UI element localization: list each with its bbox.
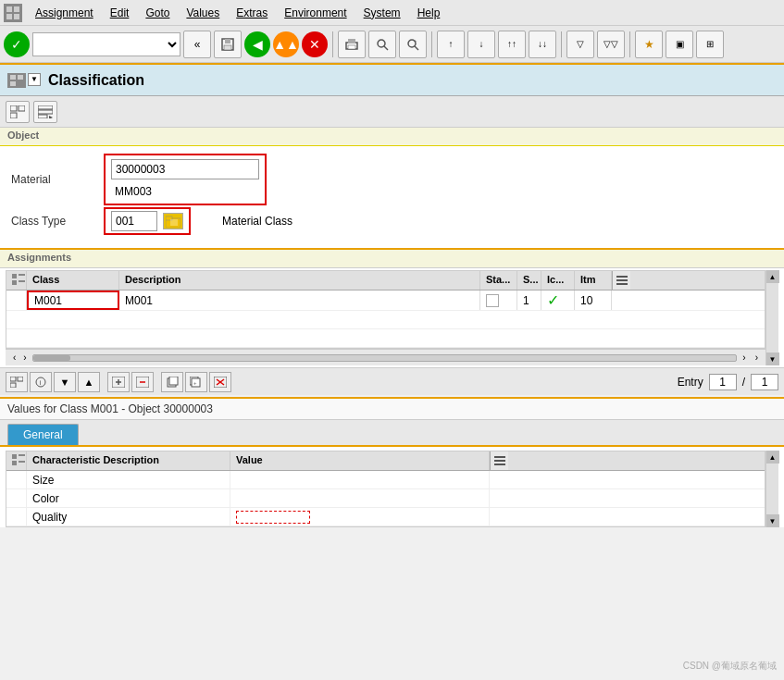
values-vscroll-up[interactable]: ▲ xyxy=(766,451,779,464)
column-config-button[interactable] xyxy=(612,271,630,290)
watermark: CSDN @葡域原名葡域 xyxy=(683,660,777,673)
hscroll-thumb xyxy=(33,355,70,361)
cancel-button[interactable]: ✕ xyxy=(302,31,328,57)
table-row[interactable]: M001 M001 1 ✓ 10 xyxy=(6,291,765,311)
print-button[interactable] xyxy=(338,31,366,58)
vcell-rownum-1 xyxy=(6,471,27,488)
entry-slash: / xyxy=(742,376,745,389)
classtype-lookup-icon[interactable] xyxy=(163,213,183,229)
tab-general[interactable]: General xyxy=(7,424,79,445)
main-toolbar: ✓ « ◀ ▲▲ ✕ + ↑ ↓ ↑↑ ↓↓ ▽ ▽▽ ★ ▣ ⊞ xyxy=(0,26,784,63)
layout1-button[interactable] xyxy=(6,101,30,123)
svg-rect-16 xyxy=(18,75,23,80)
rewind-button[interactable]: « xyxy=(183,31,211,58)
delete-row-button[interactable] xyxy=(131,372,154,392)
svg-rect-0 xyxy=(6,6,12,12)
table-bottom-toolbar: i ▼ ▲ + Entry 1 / 1 xyxy=(0,367,784,395)
vscroll-up-btn[interactable]: ▲ xyxy=(766,270,779,283)
menu-system[interactable]: System xyxy=(356,5,408,21)
values-row-2[interactable]: Color xyxy=(6,489,765,508)
object-section: Object Material MM003 Class Type Materia… xyxy=(0,128,784,248)
find-button[interactable] xyxy=(368,31,396,58)
app-icon xyxy=(4,4,22,22)
entry-label: Entry xyxy=(678,376,703,389)
vscroll-bar: ▲ ▼ xyxy=(765,270,778,365)
hscroll-left-btn[interactable]: ‹ xyxy=(9,352,19,363)
back-button[interactable]: ◀ xyxy=(244,31,270,57)
select-all-button[interactable] xyxy=(6,372,28,392)
find-next-button[interactable]: + xyxy=(399,31,427,58)
cell-sta xyxy=(480,291,517,310)
svg-rect-23 xyxy=(38,115,47,118)
sort-desc2-button[interactable]: ↓↓ xyxy=(529,31,556,58)
check-button[interactable]: ✓ xyxy=(4,31,30,57)
cell-class: M001 xyxy=(27,291,119,310)
svg-line-11 xyxy=(384,46,388,50)
classtype-row: Class Type Material Class xyxy=(11,207,773,235)
hscroll-track[interactable] xyxy=(32,354,738,362)
hscroll-bar: ‹ › › › xyxy=(6,349,765,365)
menu-bar: Assignment Edit Goto Values Extras Envir… xyxy=(0,0,784,26)
svg-rect-28 xyxy=(12,274,17,278)
layout2-button[interactable] xyxy=(33,101,57,123)
menu-assignment[interactable]: Assignment xyxy=(28,5,101,21)
col-header-s: S... xyxy=(517,271,541,290)
up-arrow-button[interactable]: ▲ xyxy=(78,372,100,392)
assignments-table: Class Description Sta... S... Ic... Itm … xyxy=(6,270,765,349)
material-label: Material xyxy=(11,173,94,186)
down-arrow-button[interactable]: ▼ xyxy=(54,372,76,392)
classtype-desc: Material Class xyxy=(218,213,296,229)
menu-values[interactable]: Values xyxy=(179,5,227,21)
menu-environment[interactable]: Environment xyxy=(277,5,354,21)
svg-rect-34 xyxy=(616,283,628,285)
svg-rect-30 xyxy=(12,280,17,285)
svg-rect-21 xyxy=(38,105,53,109)
classtype-input[interactable] xyxy=(111,211,157,231)
svg-line-13 xyxy=(415,46,418,50)
save-button[interactable] xyxy=(214,31,242,58)
svg-rect-54 xyxy=(19,454,25,456)
filter2-button[interactable]: ▽▽ xyxy=(597,31,625,58)
command-input[interactable] xyxy=(32,32,180,56)
sort-asc2-button[interactable]: ↑↑ xyxy=(498,31,526,58)
hscroll-right-btn[interactable]: › xyxy=(19,352,30,363)
window-button[interactable]: ▣ xyxy=(666,31,693,58)
svg-rect-17 xyxy=(10,81,16,86)
up-button[interactable]: ▲▲ xyxy=(273,31,299,57)
vscroll-down-btn[interactable]: ▼ xyxy=(766,352,779,365)
bookmark-button[interactable]: ★ xyxy=(635,31,663,58)
svg-rect-56 xyxy=(19,461,25,463)
vcol-char-header: Characteristic Description xyxy=(27,451,230,470)
col-header-ic: Ic... xyxy=(541,271,575,290)
window2-button[interactable]: ⊞ xyxy=(696,31,724,58)
svg-rect-1 xyxy=(14,6,19,12)
insert-row-button[interactable] xyxy=(107,372,130,392)
entry-info: Entry 1 / 1 xyxy=(678,374,778,390)
paste-button[interactable]: + xyxy=(185,372,207,392)
material-input[interactable] xyxy=(111,159,259,179)
values-row-3[interactable]: Quality xyxy=(6,508,765,526)
svg-rect-57 xyxy=(494,456,505,458)
menu-edit[interactable]: Edit xyxy=(103,5,137,21)
hscroll-right2-btn[interactable]: › xyxy=(739,352,749,363)
values-row-1[interactable]: Size xyxy=(6,471,765,489)
menu-goto[interactable]: Goto xyxy=(138,5,177,21)
vcol-config-button[interactable] xyxy=(490,451,508,470)
svg-rect-53 xyxy=(12,454,17,459)
vcol-rownum-header xyxy=(6,451,27,470)
copy-button[interactable] xyxy=(161,372,183,392)
svg-rect-36 xyxy=(18,377,23,381)
values-vscroll-down[interactable]: ▼ xyxy=(766,514,779,527)
sort-desc-button[interactable]: ↓ xyxy=(467,31,495,58)
svg-rect-29 xyxy=(19,274,25,276)
sort-asc-button[interactable]: ↑ xyxy=(437,31,465,58)
vcol-value-header: Value xyxy=(230,451,490,470)
menu-help[interactable]: Help xyxy=(410,5,448,21)
table-row-empty2 xyxy=(6,329,765,348)
svg-rect-27 xyxy=(170,219,178,226)
filter1-button[interactable]: ▽ xyxy=(566,31,594,58)
menu-extras[interactable]: Extras xyxy=(229,5,275,21)
hscroll-right3-btn[interactable]: › xyxy=(752,352,762,363)
details-button[interactable]: i xyxy=(30,372,52,392)
clear-button[interactable] xyxy=(209,372,231,392)
